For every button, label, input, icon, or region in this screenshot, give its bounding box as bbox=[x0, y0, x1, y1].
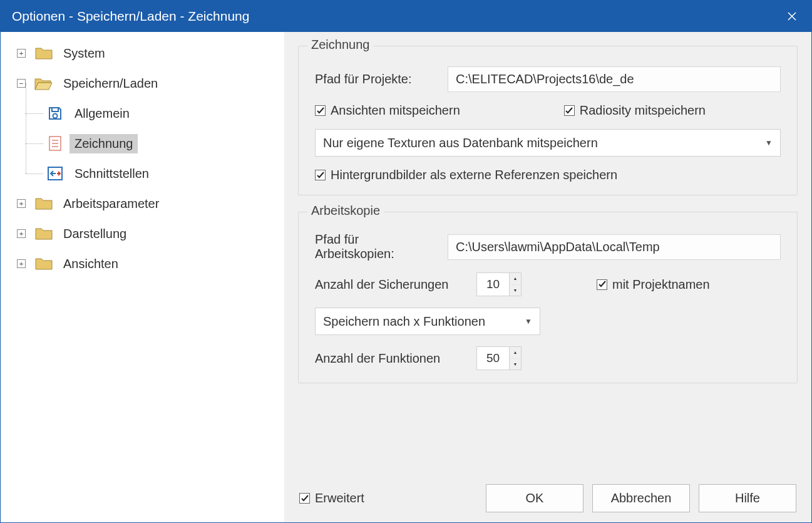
checkbox-save-radiosity[interactable]: Radiosity mitspeichern bbox=[564, 103, 706, 118]
folder-icon bbox=[34, 257, 53, 271]
group-workcopy-legend: Arbeitskopie bbox=[307, 204, 384, 218]
texture-mode-select[interactable]: Nur eigene Texturen aus Datenbank mitspe… bbox=[315, 129, 781, 157]
tree-item-system[interactable]: + System bbox=[17, 38, 284, 68]
folder-icon bbox=[34, 197, 53, 210]
options-dialog: Optionen - Speichern/Laden - Zeichnung +… bbox=[0, 0, 812, 523]
navigation-tree: + System − Speichern/Laden bbox=[1, 32, 284, 522]
ok-button[interactable]: OK bbox=[486, 484, 583, 512]
backups-count-label: Anzahl der Sicherungen bbox=[315, 277, 464, 292]
tree-item-drawing[interactable]: Zeichnung bbox=[46, 128, 284, 158]
checkbox-save-views[interactable]: Ansichten mitspeichern bbox=[315, 103, 460, 118]
group-drawing: Zeichnung Pfad für Projekte: C:\ELITECAD… bbox=[298, 46, 798, 195]
save-disk-icon bbox=[46, 106, 64, 121]
folder-icon bbox=[34, 46, 53, 60]
workcopy-path-field[interactable]: C:\Users\lawmi\AppData\Local\Temp bbox=[448, 234, 781, 260]
group-drawing-legend: Zeichnung bbox=[307, 38, 373, 52]
workcopy-path-label: Pfad für Arbeitskopien: bbox=[315, 232, 425, 261]
window-title: Optionen - Speichern/Laden - Zeichnung bbox=[12, 9, 778, 24]
tree-item-general[interactable]: Allgemein bbox=[46, 98, 284, 128]
chevron-down-icon: ▼ bbox=[765, 138, 773, 147]
help-button[interactable]: Hilfe bbox=[699, 484, 796, 512]
expand-icon[interactable]: + bbox=[17, 49, 26, 58]
spinner-down-icon[interactable]: ▼ bbox=[510, 359, 521, 370]
save-mode-select[interactable]: Speichern nach x Funktionen ▼ bbox=[315, 308, 540, 335]
document-icon bbox=[46, 135, 64, 152]
expand-icon[interactable]: + bbox=[17, 199, 26, 208]
close-button[interactable] bbox=[778, 1, 806, 32]
projects-path-field[interactable]: C:\ELITECAD\Projects16\de_de bbox=[448, 66, 781, 92]
tree-item-views[interactable]: + Ansichten bbox=[17, 249, 284, 279]
functions-count-spinner[interactable]: 50 ▲▼ bbox=[476, 346, 522, 370]
tree-item-saveload[interactable]: − Speichern/Laden bbox=[17, 68, 284, 98]
spinner-up-icon[interactable]: ▲ bbox=[510, 347, 521, 359]
titlebar: Optionen - Speichern/Laden - Zeichnung bbox=[1, 1, 811, 32]
group-workcopy: Arbeitskopie Pfad für Arbeitskopien: C:\… bbox=[298, 212, 798, 383]
checkbox-bg-references[interactable]: Hintergrundbilder als externe Referenzen… bbox=[315, 168, 617, 182]
backups-count-spinner[interactable]: 10 ▲▼ bbox=[476, 272, 522, 296]
content-panel: Zeichnung Pfad für Projekte: C:\ELITECAD… bbox=[284, 32, 811, 522]
folder-icon bbox=[34, 227, 53, 241]
spinner-down-icon[interactable]: ▼ bbox=[510, 285, 521, 296]
checkbox-with-projectname[interactable]: mit Projektnamen bbox=[597, 277, 710, 292]
tree-item-display[interactable]: + Darstellung bbox=[17, 219, 284, 249]
svg-rect-0 bbox=[52, 108, 58, 111]
open-folder-icon bbox=[34, 76, 53, 90]
tree-item-interfaces[interactable]: Schnittstellen bbox=[46, 158, 284, 189]
tree-item-workparams[interactable]: + Arbeitsparameter bbox=[17, 189, 284, 219]
expand-icon[interactable]: + bbox=[17, 259, 26, 268]
projects-path-label: Pfad für Projekte: bbox=[315, 72, 425, 86]
spinner-up-icon[interactable]: ▲ bbox=[510, 273, 521, 285]
chevron-down-icon: ▼ bbox=[525, 317, 532, 326]
dialog-footer: Erweitert OK Abbrechen Hilfe bbox=[298, 480, 798, 514]
collapse-icon[interactable]: − bbox=[17, 79, 26, 88]
functions-count-label: Anzahl der Funktionen bbox=[315, 351, 464, 366]
interfaces-icon bbox=[46, 166, 64, 181]
cancel-button[interactable]: Abbrechen bbox=[592, 484, 690, 512]
svg-point-1 bbox=[53, 114, 58, 118]
expand-icon[interactable]: + bbox=[17, 229, 26, 238]
checkbox-extended[interactable]: Erweitert bbox=[299, 491, 364, 505]
